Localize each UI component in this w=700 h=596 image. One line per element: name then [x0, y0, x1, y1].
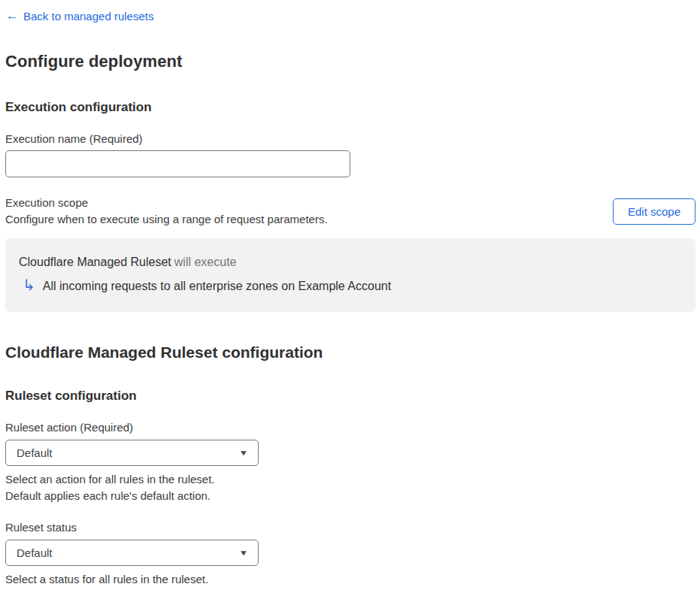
page-title: Configure deployment — [5, 52, 695, 71]
chevron-down-icon: ▼ — [239, 449, 249, 457]
ruleset-action-selected-value: Default — [17, 446, 53, 459]
back-link-label: Back to managed rulesets — [23, 10, 153, 23]
summary-ruleset-name: Cloudflare Managed Ruleset — [19, 256, 171, 268]
ruleset-status-selected-value: Default — [17, 546, 53, 559]
ruleset-status-help-line-1: Select a status for all rules in the rul… — [5, 571, 695, 588]
execution-configuration-heading: Execution configuration — [5, 100, 695, 115]
ruleset-configuration-section-heading: Cloudflare Managed Ruleset configuration — [5, 343, 695, 362]
execution-name-input[interactable] — [5, 150, 350, 177]
corner-down-right-arrow-icon: ↳ — [23, 277, 35, 292]
ruleset-action-select[interactable]: Default ▼ — [5, 440, 259, 466]
execution-scope-summary-panel: Cloudflare Managed Rulesetwill execute ↳… — [5, 238, 695, 312]
summary-scope-text: All incoming requests to all enterprise … — [43, 280, 391, 293]
back-to-managed-rulesets-link[interactable]: ← Back to managed rulesets — [6, 10, 153, 23]
ruleset-configuration-subheading: Ruleset configuration — [5, 389, 695, 404]
execution-scope-description: Configure when to execute using a range … — [5, 211, 328, 228]
ruleset-status-label: Ruleset status — [5, 521, 695, 534]
summary-ruleset-line: Cloudflare Managed Rulesetwill execute — [19, 256, 682, 269]
back-arrow-icon: ← — [6, 10, 18, 22]
configure-deployment-page: ← Back to managed rulesets Configure dep… — [0, 0, 700, 588]
ruleset-action-help-text: Select an action for all rules in the ru… — [5, 471, 695, 504]
ruleset-action-help-line-2: Default applies each rule's default acti… — [5, 488, 695, 504]
execution-name-label: Execution name (Required) — [5, 132, 695, 145]
execution-scope-text-block: Execution scope Configure when to execut… — [5, 195, 328, 228]
ruleset-action-label: Ruleset action (Required) — [5, 421, 695, 434]
edit-scope-button[interactable]: Edit scope — [613, 198, 695, 225]
chevron-down-icon: ▼ — [239, 549, 249, 557]
execution-scope-label: Execution scope — [5, 195, 328, 211]
ruleset-status-select[interactable]: Default ▼ — [5, 540, 259, 566]
ruleset-action-help-line-1: Select an action for all rules in the ru… — [5, 471, 695, 488]
ruleset-status-help-text: Select a status for all rules in the rul… — [5, 571, 695, 588]
summary-will-execute-text: will execute — [174, 256, 237, 268]
execution-scope-row: Execution scope Configure when to execut… — [5, 195, 695, 228]
summary-scope-line: ↳ All incoming requests to all enterpris… — [23, 279, 682, 294]
